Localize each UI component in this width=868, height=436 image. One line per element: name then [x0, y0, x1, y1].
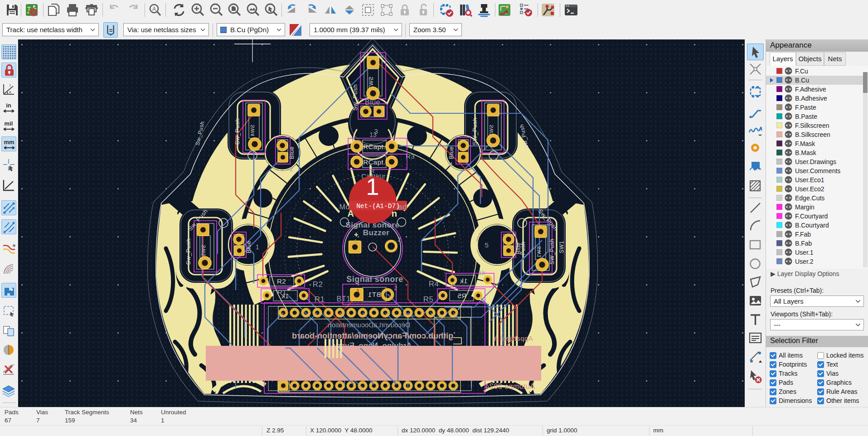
svg-text:Blue: Blue: [365, 98, 380, 106]
svg-text:R3: R3: [406, 152, 415, 160]
svg-text:R2: R2: [277, 277, 286, 285]
svg-text:RCapt.: RCapt.: [363, 158, 386, 166]
svg-text:Sw_Push: Sw_Push: [234, 118, 241, 145]
svg-text:SW1: SW1: [558, 241, 565, 253]
svg-text:Appartient à:: Appartient à:: [491, 334, 533, 342]
svg-text:ad: ad: [398, 203, 407, 211]
svg-text:BT1: BT1: [368, 291, 381, 298]
svg-text:Blue: Blue: [448, 146, 455, 159]
svg-text:Blue: Blue: [245, 241, 252, 253]
svg-text:Automne 2024: Automne 2024: [485, 383, 535, 390]
svg-text:mil: mil: [5, 120, 13, 127]
svg-text:4: 4: [449, 160, 453, 168]
svg-text:A: A: [348, 208, 354, 218]
svg-text:R1: R1: [277, 288, 286, 296]
svg-text:mm: mm: [4, 139, 14, 145]
svg-text:github.com/FancyNoemie/attenti: github.com/FancyNoemie/attention-board: [292, 331, 453, 340]
svg-text:r: r: [10, 83, 11, 87]
svg-text:SW5: SW5: [201, 245, 206, 256]
svg-text:SW_Push: SW_Push: [471, 117, 478, 145]
svg-text:n: n: [392, 208, 398, 218]
svg-text:Buzzer: Buzzer: [363, 228, 390, 237]
svg-text:Signal sonore: Signal sonore: [346, 275, 403, 284]
svg-text:R5: R5: [457, 292, 466, 300]
svg-text:RCapt.: RCapt.: [363, 143, 386, 150]
svg-text:2: 2: [394, 285, 398, 291]
svg-text:A: A: [152, 6, 156, 12]
svg-text:Push: Push: [520, 242, 526, 255]
svg-text:R4: R4: [429, 280, 439, 288]
svg-text:R2: R2: [313, 280, 323, 289]
svg-text:R5: R5: [423, 295, 434, 304]
svg-text:1k: 1k: [478, 269, 485, 276]
svg-text:Sw_Push: Sw_Push: [352, 84, 359, 111]
svg-text:1: 1: [354, 238, 358, 244]
svg-text:SW_Push: SW_Push: [549, 239, 555, 265]
svg-text:+: +: [354, 230, 359, 239]
svg-text:R1: R1: [315, 295, 325, 304]
svg-text:1k: 1k: [460, 277, 468, 285]
svg-text:1: 1: [256, 243, 260, 251]
svg-text:SW1: SW1: [536, 246, 542, 257]
svg-text:θ: θ: [9, 90, 11, 94]
svg-text:BT1: BT1: [337, 295, 351, 303]
svg-text:2: 2: [290, 165, 294, 173]
svg-text:in: in: [6, 102, 11, 109]
svg-text:1: 1: [366, 174, 379, 200]
svg-text:2: 2: [398, 236, 401, 243]
svg-text:5: 5: [485, 241, 489, 249]
svg-text:SW4: SW4: [250, 125, 255, 136]
svg-text:Sw_Push: Sw_Push: [185, 238, 192, 265]
svg-text:13: 13: [369, 131, 377, 138]
svg-text:Blue: Blue: [288, 146, 295, 159]
svg-text:DécouvrirLaDocumentation:: DécouvrirLaDocumentation:: [326, 321, 410, 329]
svg-text:1: 1: [357, 288, 360, 294]
